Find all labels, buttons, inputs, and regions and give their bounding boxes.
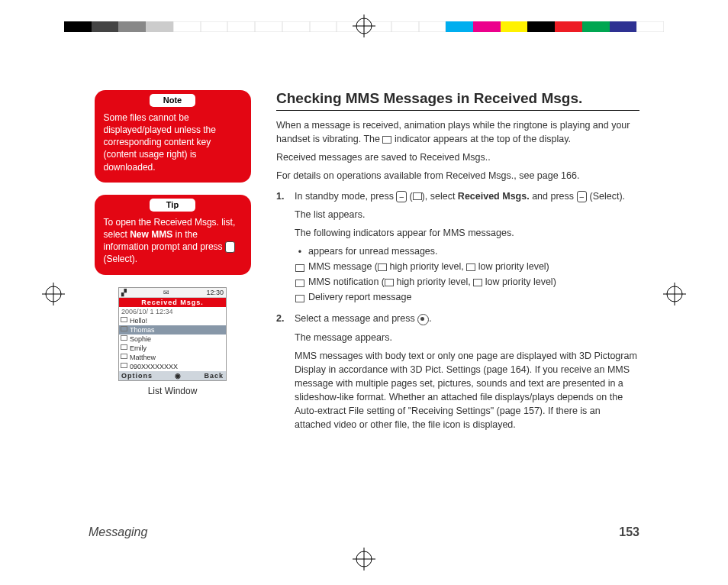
step-item: 1. In standby mode, press – (), select R… xyxy=(276,189,639,305)
paragraph: For details on operations available from… xyxy=(276,169,639,183)
phone-list-row: Hello! xyxy=(119,316,226,325)
indicator-line: MMS message ( high priority level, low p… xyxy=(295,260,639,273)
phone-list-row: Emily xyxy=(119,344,226,353)
paragraph: Received messages are saved to Received … xyxy=(276,150,639,164)
tip-body: To open the Received Msgs. list, select … xyxy=(104,216,242,266)
indicator-line: Delivery report message xyxy=(295,290,639,304)
high-priority-icon xyxy=(378,263,387,271)
registration-mark-icon xyxy=(42,283,65,305)
center-key-icon xyxy=(417,314,429,325)
step-subtext: The list appears. xyxy=(295,208,639,221)
delivery-report-icon xyxy=(295,291,305,305)
step-body: MMS messages with body text or only one … xyxy=(295,349,639,432)
mail-envelope-icon xyxy=(121,335,127,341)
high-priority-icon xyxy=(385,279,394,286)
mail-envelope-icon xyxy=(121,326,127,331)
step-subtext: The following indicators appear for MMS … xyxy=(295,226,639,240)
step-text: Select a message and press . xyxy=(295,312,639,325)
intro-paragraph: When a message is received, animation pl… xyxy=(276,118,639,146)
note-header: Note xyxy=(150,94,195,107)
phone-list-row: Thomas xyxy=(119,325,226,335)
mms-message-icon xyxy=(295,260,305,274)
step-text: In standby mode, press – (), select Rece… xyxy=(295,189,639,203)
indicator-line: MMS notification ( high priority level, … xyxy=(295,275,639,289)
note-body: Some files cannot be displayed/played un… xyxy=(104,112,242,173)
tip-callout: Tip To open the Received Msgs. list, sel… xyxy=(95,195,251,275)
note-callout: Note Some files cannot be displayed/play… xyxy=(95,90,251,183)
unread-dot-icon: • xyxy=(295,245,305,259)
step-subtext: The message appears. xyxy=(295,331,639,344)
phone-list: Hello!ThomasSophieEmilyMatthew090XXXXXXX… xyxy=(119,316,226,371)
footer-section: Messaging xyxy=(89,525,147,539)
mail-envelope-icon xyxy=(121,344,127,350)
step-list: 1. In standby mode, press – (), select R… xyxy=(276,189,639,432)
phone-meta: 2006/10/ 1 12:34 xyxy=(119,307,226,316)
phone-list-row: 090XXXXXXXX xyxy=(119,362,226,371)
registration-mark-icon xyxy=(353,548,375,570)
phone-title: Received Msgs. xyxy=(119,298,226,307)
softkey-icon: – xyxy=(225,241,236,253)
title-rule xyxy=(276,110,639,111)
signal-icon: ▞ xyxy=(121,289,127,296)
phone-status-bar: ▞✉12:30 xyxy=(119,288,226,298)
page-content: Note Some files cannot be displayed/play… xyxy=(89,90,639,516)
phone-list-row: Sophie xyxy=(119,335,226,344)
tip-header: Tip xyxy=(150,199,195,212)
clock-label: 12:30 xyxy=(206,289,224,296)
mms-notification-icon xyxy=(295,276,305,289)
low-priority-icon xyxy=(473,279,482,286)
registration-mark-icon xyxy=(353,15,375,37)
mail-envelope-icon xyxy=(121,317,127,322)
low-priority-icon xyxy=(466,263,475,271)
page-title: Checking MMS Messages in Received Msgs. xyxy=(276,90,639,107)
phone-softkey-bar: Options ◉ Back xyxy=(119,371,226,380)
softkey-left: Options xyxy=(121,372,153,380)
main-column: Checking MMS Messages in Received Msgs. … xyxy=(276,90,639,516)
softkey-icon: – xyxy=(577,191,588,202)
step-item: 2. Select a message and press . The mess… xyxy=(276,312,639,431)
mail-envelope-icon: ✉ xyxy=(163,289,169,296)
phone-mockup: ▞✉12:30 Received Msgs. 2006/10/ 1 12:34 … xyxy=(118,287,227,396)
indicator-line: •appears for unread messages. xyxy=(295,244,639,258)
page-number: 153 xyxy=(619,525,639,539)
mail-envelope-icon xyxy=(121,363,127,368)
page-footer: Messaging 153 xyxy=(89,525,639,539)
mail-envelope-icon xyxy=(382,136,391,144)
select-indicator-icon: ◉ xyxy=(175,372,182,380)
phone-list-row: Matthew xyxy=(119,353,226,362)
registration-mark-icon xyxy=(663,283,686,305)
step-number: 1. xyxy=(276,189,284,203)
figure-caption: List Window xyxy=(118,386,227,396)
mail-envelope-icon xyxy=(413,192,422,200)
step-number: 2. xyxy=(276,312,284,325)
sidebar-column: Note Some files cannot be displayed/play… xyxy=(89,90,256,516)
softkey-right: Back xyxy=(204,372,224,380)
softkey-icon: – xyxy=(396,191,407,202)
mail-envelope-icon xyxy=(121,354,127,359)
manual-page: Note Some files cannot be displayed/play… xyxy=(0,0,728,585)
